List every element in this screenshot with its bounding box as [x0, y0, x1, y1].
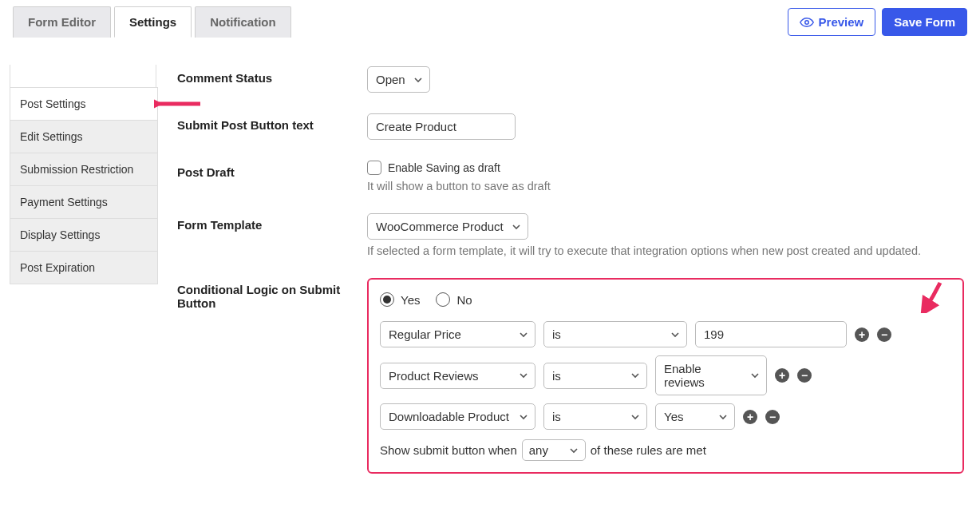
rule-add-button[interactable] — [775, 368, 789, 383]
label-form-template: Form Template — [177, 213, 361, 232]
enable-draft-label: Enable Saving as draft — [388, 161, 500, 174]
rule-value-select[interactable]: Enable reviews — [655, 355, 767, 395]
tab-form-editor[interactable]: Form Editor — [13, 6, 111, 38]
plus-icon — [743, 410, 757, 424]
plus-icon — [855, 327, 869, 342]
tab-settings[interactable]: Settings — [114, 6, 192, 38]
preview-label: Preview — [819, 15, 864, 29]
plus-icon — [775, 368, 789, 383]
eye-icon — [800, 17, 814, 28]
sidebar-stub — [10, 65, 156, 87]
rule-field-select[interactable]: Product Reviews — [380, 363, 535, 389]
svg-point-0 — [804, 20, 808, 24]
footer-post-text: of these rules are met — [591, 443, 706, 457]
enable-draft-checkbox[interactable] — [367, 161, 381, 175]
rule-value-input[interactable] — [695, 321, 847, 347]
rule-operator-select[interactable]: is — [543, 363, 647, 389]
footer-pre-text: Show submit button when — [380, 443, 517, 457]
rule-remove-button[interactable] — [765, 410, 780, 424]
rule-row: Product Reviews is Enable reviews — [380, 355, 951, 395]
preview-button[interactable]: Preview — [788, 8, 876, 36]
sidebar-item-edit-settings[interactable]: Edit Settings — [10, 121, 158, 153]
rule-add-button[interactable] — [743, 410, 757, 424]
submit-text-input[interactable] — [367, 113, 516, 140]
save-form-button[interactable]: Save Form — [882, 8, 967, 36]
sidebar-item-post-expiration[interactable]: Post Expiration — [10, 252, 158, 284]
rule-remove-button[interactable] — [797, 368, 812, 383]
template-help-text: If selected a form template, it will try… — [367, 244, 964, 257]
label-conditional-logic: Conditional Logic on Submit Button — [177, 278, 361, 310]
minus-icon — [797, 368, 812, 383]
rule-operator-select[interactable]: is — [543, 403, 647, 430]
sidebar-item-submission-restriction[interactable]: Submission Restriction — [10, 153, 158, 186]
cond-radio-no[interactable] — [436, 292, 450, 307]
sidebar-item-payment-settings[interactable]: Payment Settings — [10, 186, 158, 219]
settings-sidebar: Post Settings Edit Settings Submission R… — [10, 65, 158, 284]
rule-remove-button[interactable] — [877, 327, 891, 342]
sidebar-item-post-settings[interactable]: Post Settings — [10, 87, 158, 121]
main-tabs: Form Editor Settings Notification — [13, 6, 291, 38]
form-template-select[interactable]: WooCommerce Product — [367, 213, 528, 240]
minus-icon — [877, 327, 891, 342]
rule-field-select[interactable]: Downloadable Product — [380, 403, 535, 430]
conditional-logic-box: Yes No Regular Price is — [367, 278, 964, 474]
label-submit-text: Submit Post Button text — [177, 113, 361, 132]
cond-no-label: No — [456, 293, 472, 307]
rule-value-select[interactable]: Yes — [655, 403, 735, 430]
rule-add-button[interactable] — [855, 327, 869, 342]
rule-field-select[interactable]: Regular Price — [380, 321, 535, 347]
match-type-select[interactable]: any — [522, 439, 586, 461]
minus-icon — [765, 410, 780, 424]
tab-notification[interactable]: Notification — [195, 6, 291, 38]
label-comment-status: Comment Status — [177, 66, 361, 85]
rule-row: Downloadable Product is Yes — [380, 403, 951, 430]
cond-yes-label: Yes — [401, 293, 420, 307]
cond-radio-yes[interactable] — [380, 292, 394, 307]
sidebar-item-display-settings[interactable]: Display Settings — [10, 219, 158, 252]
rule-operator-select[interactable]: is — [543, 321, 687, 347]
rule-row: Regular Price is — [380, 321, 951, 347]
draft-help-text: It will show a button to save as draft — [367, 180, 964, 193]
comment-status-select[interactable]: Open — [367, 66, 430, 93]
label-post-draft: Post Draft — [177, 161, 361, 179]
sidebar-item-label: Post Settings — [20, 97, 86, 110]
